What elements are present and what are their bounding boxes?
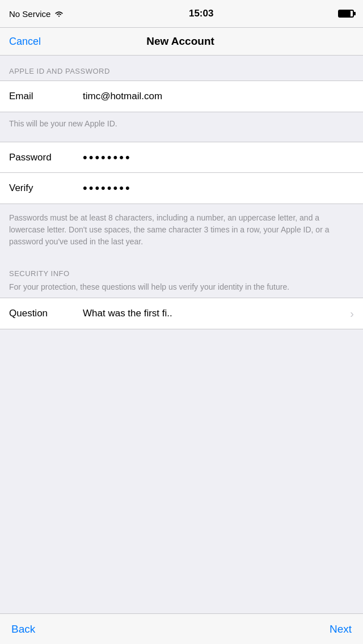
next-button[interactable]: Next <box>330 623 352 635</box>
battery-indicator <box>338 10 354 18</box>
question-card: Question What was the first fi.. › <box>0 298 363 329</box>
wifi-icon <box>54 10 64 18</box>
verify-label: Verify <box>9 183 83 194</box>
verify-row[interactable]: Verify •••••••• <box>0 173 363 204</box>
cancel-button[interactable]: Cancel <box>9 36 41 48</box>
email-label: Email <box>9 91 83 102</box>
battery-fill <box>339 11 351 16</box>
question-label: Question <box>9 308 83 319</box>
email-row[interactable]: Email timc@hotmail.com <box>0 81 363 112</box>
password-hint: Passwords must be at least 8 characters,… <box>0 204 363 256</box>
security-info-section: SECURITY INFO For your protection, these… <box>0 256 363 298</box>
question-row[interactable]: Question What was the first fi.. › <box>0 298 363 329</box>
status-time: 15:03 <box>189 8 213 19</box>
chevron-right-icon: › <box>350 307 354 320</box>
carrier-text: No Service <box>9 9 50 19</box>
helper-text-content: This will be your new Apple ID. <box>9 119 354 128</box>
password-card: Password •••••••• Verify •••••••• <box>0 142 363 204</box>
email-value: timc@hotmail.com <box>83 91 354 102</box>
section-header-text: APPLE ID AND PASSWORD <box>9 67 110 75</box>
spacer-1 <box>0 137 363 142</box>
apple-id-section-header: APPLE ID AND PASSWORD <box>0 56 363 80</box>
password-label: Password <box>9 152 83 163</box>
status-left: No Service <box>9 9 64 19</box>
question-value: What was the first fi.. <box>83 308 345 319</box>
verify-dots: •••••••• <box>83 181 354 196</box>
back-button[interactable]: Back <box>11 623 35 635</box>
password-dots: •••••••• <box>83 150 354 165</box>
navigation-bar: Cancel New Account <box>0 28 363 56</box>
nav-title: New Account <box>146 35 214 48</box>
email-card: Email timc@hotmail.com <box>0 80 363 112</box>
status-bar: No Service 15:03 <box>0 0 363 28</box>
bottom-toolbar: Back Next <box>0 613 363 644</box>
password-row[interactable]: Password •••••••• <box>0 142 363 173</box>
security-description: For your protection, these questions wil… <box>9 281 354 293</box>
password-hint-text: Passwords must be at least 8 characters,… <box>9 212 354 248</box>
apple-id-helper: This will be your new Apple ID. <box>0 112 363 137</box>
security-title: SECURITY INFO <box>9 269 354 278</box>
